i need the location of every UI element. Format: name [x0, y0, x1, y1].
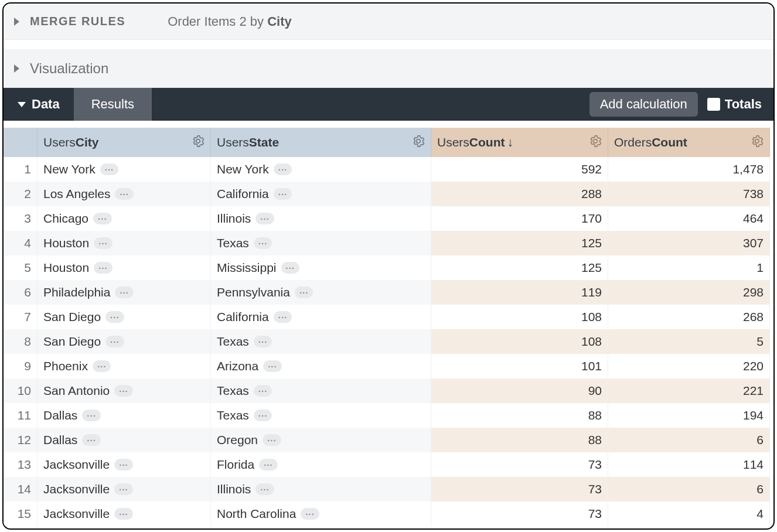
cell-state[interactable]: Texas··· — [211, 231, 431, 255]
cell-city[interactable]: Dallas··· — [38, 403, 211, 428]
cell-state[interactable]: California··· — [211, 182, 431, 206]
cell-city[interactable]: Dallas··· — [38, 428, 211, 452]
totals-checkbox[interactable] — [707, 98, 720, 111]
visualization-panel[interactable]: Visualization — [4, 49, 773, 88]
gear-icon[interactable] — [412, 135, 425, 151]
cell-actions-icon[interactable]: ··· — [263, 360, 282, 372]
cell-users-count[interactable]: 73 — [431, 477, 608, 502]
cell-actions-icon[interactable]: ··· — [93, 360, 111, 372]
totals-toggle[interactable]: Totals — [707, 97, 762, 112]
cell-city[interactable]: Jacksonville··· — [38, 477, 211, 502]
cell-state[interactable]: Florida··· — [211, 452, 431, 477]
cell-city[interactable]: Houston··· — [38, 231, 211, 255]
cell-actions-icon[interactable]: ··· — [115, 188, 134, 200]
cell-orders-count[interactable]: 464 — [608, 206, 770, 231]
merge-rules-panel[interactable]: MERGE RULES Order Items 2 by City — [4, 4, 773, 40]
cell-state[interactable]: New York··· — [211, 157, 431, 182]
cell-actions-icon[interactable]: ··· — [301, 508, 319, 520]
gear-icon[interactable] — [589, 135, 602, 151]
cell-city[interactable]: San Antonio··· — [38, 378, 211, 403]
cell-city[interactable]: Jacksonville··· — [38, 452, 211, 477]
cell-actions-icon[interactable]: ··· — [94, 262, 113, 274]
cell-orders-count[interactable]: 307 — [608, 231, 770, 255]
cell-users-count[interactable]: 88 — [431, 403, 608, 428]
cell-state[interactable]: Pennsylvania··· — [211, 280, 431, 305]
cell-state[interactable]: Illinois··· — [211, 477, 431, 502]
cell-actions-icon[interactable]: ··· — [100, 163, 119, 175]
cell-city[interactable]: Phoenix··· — [38, 354, 211, 378]
column-header-count[interactable]: Users Count↓ — [431, 128, 608, 157]
column-header-state[interactable]: Users State — [211, 128, 431, 157]
cell-orders-count[interactable]: 298 — [608, 280, 770, 305]
cell-state[interactable]: California··· — [211, 305, 431, 329]
cell-city[interactable]: Los Angeles··· — [38, 182, 211, 206]
cell-state[interactable]: North Carolina··· — [211, 502, 431, 526]
tab-results[interactable]: Results — [74, 88, 152, 121]
cell-orders-count[interactable]: 4 — [608, 502, 770, 526]
cell-users-count[interactable]: 125 — [431, 255, 608, 280]
cell-actions-icon[interactable]: ··· — [82, 410, 101, 421]
cell-actions-icon[interactable]: ··· — [255, 213, 274, 224]
cell-users-count[interactable]: 73 — [431, 502, 608, 526]
cell-orders-count[interactable]: 5 — [608, 329, 770, 354]
cell-actions-icon[interactable]: ··· — [114, 483, 133, 495]
cell-actions-icon[interactable]: ··· — [254, 385, 272, 397]
cell-state[interactable]: Illinois··· — [211, 206, 431, 231]
cell-actions-icon[interactable]: ··· — [94, 237, 113, 249]
cell-actions-icon[interactable]: ··· — [105, 336, 124, 347]
cell-orders-count[interactable]: 1 — [608, 255, 770, 280]
cell-actions-icon[interactable]: ··· — [259, 459, 278, 470]
cell-city[interactable]: New York··· — [38, 157, 211, 182]
cell-actions-icon[interactable]: ··· — [254, 237, 272, 249]
cell-actions-icon[interactable]: ··· — [274, 188, 292, 200]
cell-actions-icon[interactable]: ··· — [114, 385, 133, 397]
cell-orders-count[interactable]: 114 — [608, 452, 770, 477]
cell-actions-icon[interactable]: ··· — [254, 336, 272, 347]
cell-users-count[interactable]: 170 — [431, 206, 608, 231]
cell-actions-icon[interactable]: ··· — [274, 163, 292, 175]
column-header-city[interactable]: Users City — [38, 128, 211, 157]
cell-state[interactable]: Texas··· — [211, 378, 431, 403]
cell-actions-icon[interactable]: ··· — [274, 311, 292, 323]
tab-data[interactable]: Data — [4, 88, 74, 121]
cell-city[interactable]: Chicago··· — [38, 206, 211, 231]
cell-orders-count[interactable]: 268 — [608, 305, 770, 329]
cell-orders-count[interactable]: 1,478 — [608, 157, 770, 182]
cell-orders-count[interactable]: 6 — [608, 477, 770, 502]
cell-actions-icon[interactable]: ··· — [254, 410, 272, 421]
cell-actions-icon[interactable]: ··· — [114, 508, 133, 520]
cell-users-count[interactable]: 101 — [431, 354, 608, 378]
cell-actions-icon[interactable]: ··· — [281, 262, 300, 274]
cell-orders-count[interactable]: 6 — [608, 428, 770, 452]
cell-actions-icon[interactable]: ··· — [115, 287, 134, 298]
cell-orders-count[interactable]: 194 — [608, 403, 770, 428]
cell-state[interactable]: Oregon··· — [211, 428, 431, 452]
cell-orders-count[interactable]: 221 — [608, 378, 770, 403]
cell-orders-count[interactable]: 220 — [608, 354, 770, 378]
add-calculation-button[interactable]: Add calculation — [589, 92, 698, 117]
cell-actions-icon[interactable]: ··· — [295, 287, 313, 298]
cell-users-count[interactable]: 108 — [431, 329, 608, 354]
cell-actions-icon[interactable]: ··· — [255, 483, 274, 495]
cell-actions-icon[interactable]: ··· — [263, 434, 281, 446]
cell-users-count[interactable]: 288 — [431, 182, 608, 206]
cell-users-count[interactable]: 592 — [431, 157, 608, 182]
cell-orders-count[interactable]: 738 — [608, 182, 770, 206]
cell-users-count[interactable]: 88 — [431, 428, 608, 452]
cell-actions-icon[interactable]: ··· — [114, 459, 133, 470]
cell-actions-icon[interactable]: ··· — [93, 213, 112, 224]
cell-users-count[interactable]: 108 — [431, 305, 608, 329]
cell-actions-icon[interactable]: ··· — [82, 434, 101, 446]
column-header-count[interactable]: Orders Count — [608, 128, 770, 157]
cell-city[interactable]: Houston··· — [38, 255, 211, 280]
cell-users-count[interactable]: 73 — [431, 452, 608, 477]
cell-city[interactable]: San Diego··· — [38, 305, 211, 329]
cell-state[interactable]: Texas··· — [211, 403, 431, 428]
cell-city[interactable]: Philadelphia··· — [38, 280, 211, 305]
gear-icon[interactable] — [751, 135, 764, 151]
gear-icon[interactable] — [192, 135, 205, 151]
cell-city[interactable]: Jacksonville··· — [38, 502, 211, 526]
cell-actions-icon[interactable]: ··· — [105, 311, 124, 323]
cell-city[interactable]: San Diego··· — [38, 329, 211, 354]
cell-users-count[interactable]: 119 — [431, 280, 608, 305]
